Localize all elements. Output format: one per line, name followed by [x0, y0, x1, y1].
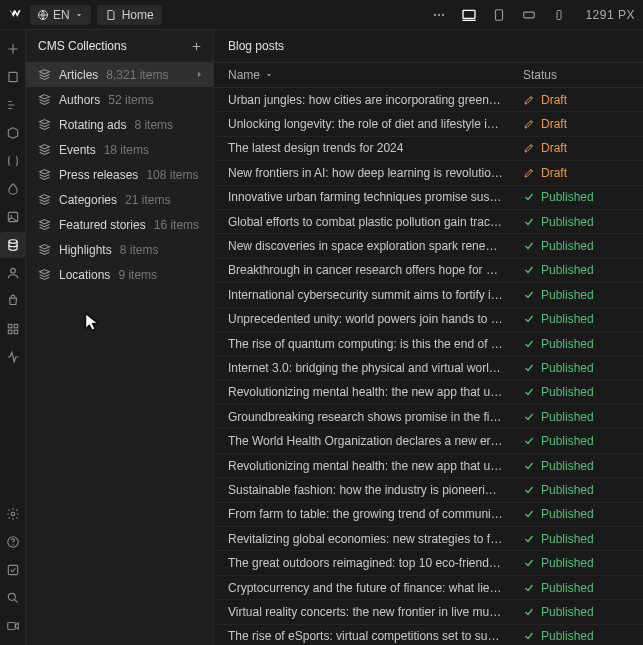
column-status-header[interactable]: Status — [513, 68, 643, 82]
styles-icon[interactable] — [0, 176, 26, 202]
search-icon[interactable] — [0, 585, 26, 611]
check-icon — [523, 533, 535, 545]
activity-icon[interactable] — [0, 344, 26, 370]
apps-icon[interactable] — [0, 316, 26, 342]
table-row[interactable]: New frontiers in AI: how deep learning i… — [214, 161, 643, 185]
table-row[interactable]: Unlocking longevity: the role of diet an… — [214, 112, 643, 136]
chevron-down-icon — [264, 70, 274, 80]
table-row[interactable]: The great outdoors reimagined: top 10 ec… — [214, 551, 643, 575]
check-icon — [523, 264, 535, 276]
stack-icon — [38, 243, 51, 256]
stack-icon — [38, 118, 51, 131]
landscape-breakpoint-icon[interactable] — [517, 3, 541, 27]
audit-icon[interactable] — [0, 557, 26, 583]
table-row[interactable]: The rise of quantum computing: is this t… — [214, 332, 643, 356]
status-label: Draft — [541, 93, 567, 107]
check-icon — [523, 386, 535, 398]
stack-icon — [38, 218, 51, 231]
collection-item[interactable]: Articles 8,321 items — [26, 62, 213, 87]
video-icon[interactable] — [0, 613, 26, 639]
row-name: From farm to table: the growing trend of… — [214, 507, 513, 521]
collection-count: 52 items — [108, 93, 153, 107]
collection-item[interactable]: Events 18 items — [26, 137, 213, 162]
table-row[interactable]: The latest design trends for 2024Draft — [214, 137, 643, 161]
desktop-breakpoint-icon[interactable] — [457, 3, 481, 27]
row-status: Published — [513, 629, 643, 643]
mobile-breakpoint-icon[interactable] — [547, 3, 571, 27]
components-icon[interactable] — [0, 120, 26, 146]
table-header: Name Status — [214, 62, 643, 88]
collection-item[interactable]: Featured stories 16 items — [26, 212, 213, 237]
table-row[interactable]: Cryptocurrency and the future of finance… — [214, 576, 643, 600]
svg-rect-15 — [8, 330, 12, 334]
row-status: Published — [513, 459, 643, 473]
table-row[interactable]: Revitalizing global economies: new strat… — [214, 527, 643, 551]
globe-icon — [37, 9, 49, 21]
table-row[interactable]: From farm to table: the growing trend of… — [214, 503, 643, 527]
collection-count: 9 items — [118, 268, 157, 282]
row-name: Breakthrough in cancer research offers h… — [214, 263, 513, 277]
table-row[interactable]: Internet 3.0: bridging the physical and … — [214, 356, 643, 380]
ecommerce-icon[interactable] — [0, 288, 26, 314]
status-label: Published — [541, 190, 594, 204]
canvas-width: 1291 PX — [585, 8, 635, 22]
logo-icon — [8, 7, 24, 23]
collection-item[interactable]: Press releases 108 items — [26, 162, 213, 187]
row-name: Virtual reality concerts: the new fronti… — [214, 605, 513, 619]
column-name-header[interactable]: Name — [214, 68, 513, 82]
status-label: Published — [541, 312, 594, 326]
add-icon[interactable] — [0, 36, 26, 62]
table-row[interactable]: The World Health Organization declares a… — [214, 429, 643, 453]
users-icon[interactable] — [0, 260, 26, 286]
table-row[interactable]: Virtual reality concerts: the new fronti… — [214, 600, 643, 624]
tablet-breakpoint-icon[interactable] — [487, 3, 511, 27]
collection-count: 108 items — [146, 168, 198, 182]
row-name: Unprecedented unity: world powers join h… — [214, 312, 513, 326]
breadcrumb[interactable]: Home — [97, 5, 162, 25]
collection-item[interactable]: Locations 9 items — [26, 262, 213, 287]
settings-icon[interactable] — [0, 501, 26, 527]
row-name: The World Health Organization declares a… — [214, 434, 513, 448]
table-row[interactable]: Global efforts to combat plastic polluti… — [214, 210, 643, 234]
add-collection-button[interactable] — [190, 40, 203, 53]
assets-icon[interactable] — [0, 204, 26, 230]
table-row[interactable]: Sustainable fashion: how the industry is… — [214, 478, 643, 502]
table-row[interactable]: Groundbreaking research shows promise in… — [214, 405, 643, 429]
status-label: Published — [541, 507, 594, 521]
collection-item[interactable]: Rotating ads 8 items — [26, 112, 213, 137]
chevron-right-icon — [194, 69, 205, 80]
more-icon[interactable] — [427, 3, 451, 27]
mouse-cursor-icon — [84, 312, 102, 332]
table-row[interactable]: Revolutionizing mental health: the new a… — [214, 381, 643, 405]
row-status: Published — [513, 263, 643, 277]
table-row[interactable]: New discoveries in space exploration spa… — [214, 234, 643, 258]
collection-item[interactable]: Highlights 8 items — [26, 237, 213, 262]
table-row[interactable]: International cybersecurity summit aims … — [214, 283, 643, 307]
stack-icon — [38, 68, 51, 81]
panel-title: CMS Collections — [38, 39, 127, 53]
collection-name: Events — [59, 143, 96, 157]
table-row[interactable]: Unprecedented unity: world powers join h… — [214, 308, 643, 332]
collection-name: Press releases — [59, 168, 138, 182]
language-selector[interactable]: EN — [30, 5, 91, 25]
row-status: Published — [513, 605, 643, 619]
collection-item[interactable]: Authors 52 items — [26, 87, 213, 112]
check-icon — [523, 557, 535, 569]
navigator-icon[interactable] — [0, 92, 26, 118]
help-icon[interactable] — [0, 529, 26, 555]
pages-icon[interactable] — [0, 64, 26, 90]
row-status: Published — [513, 190, 643, 204]
svg-rect-8 — [8, 72, 16, 81]
table-row[interactable]: Breakthrough in cancer research offers h… — [214, 259, 643, 283]
cms-icon[interactable] — [0, 232, 26, 258]
svg-point-10 — [10, 215, 12, 217]
variables-icon[interactable] — [0, 148, 26, 174]
collection-item[interactable]: Categories 21 items — [26, 187, 213, 212]
stack-icon — [38, 93, 51, 106]
table-row[interactable]: Innovative urban farming techniques prom… — [214, 186, 643, 210]
table-row[interactable]: Urban jungles: how cities are incorporat… — [214, 88, 643, 112]
check-icon — [523, 606, 535, 618]
table-row[interactable]: Revolutionizing mental health: the new a… — [214, 454, 643, 478]
check-icon — [523, 582, 535, 594]
table-row[interactable]: The rise of eSports: virtual competition… — [214, 625, 643, 645]
